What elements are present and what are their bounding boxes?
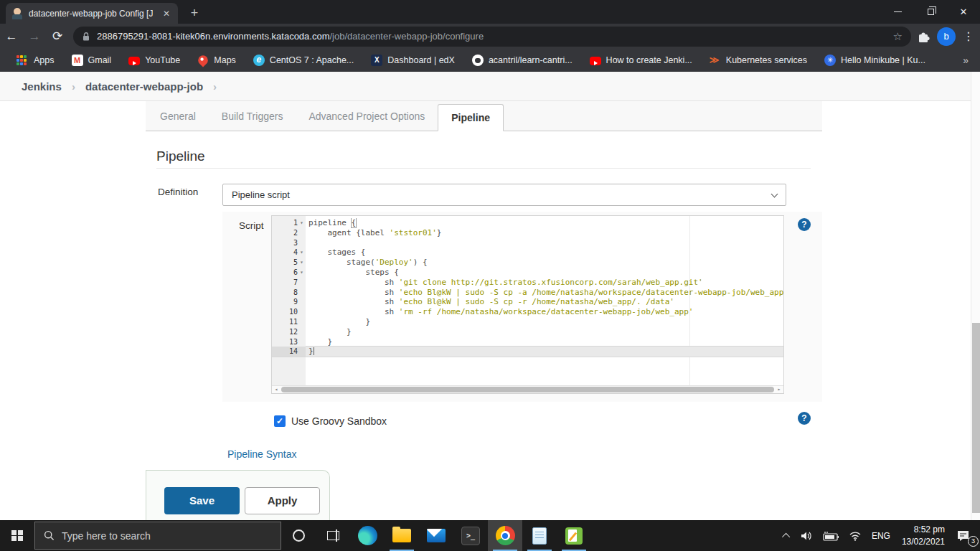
fold-arrow-icon[interactable]: ▾ bbox=[298, 248, 306, 258]
clock[interactable]: 8:52 pm 13/02/2021 bbox=[895, 524, 951, 547]
tab-pipeline[interactable]: Pipeline bbox=[438, 104, 504, 131]
taskbar-search[interactable]: Type here to search bbox=[34, 522, 281, 550]
notification-center-button[interactable]: 3 bbox=[951, 520, 980, 551]
fold-arrow-icon[interactable]: ▾ bbox=[298, 218, 306, 228]
minimize-button[interactable] bbox=[881, 0, 914, 24]
start-button[interactable] bbox=[0, 520, 34, 551]
tray-expand-button[interactable] bbox=[779, 520, 795, 551]
new-tab-button[interactable]: + bbox=[185, 4, 204, 23]
address-bar[interactable]: 2886795291-8081-kitek06n.environments.ka… bbox=[73, 27, 911, 47]
sandbox-help-icon[interactable]: ? bbox=[798, 412, 811, 425]
url-domain: 2886795291-8081-kitek06n.environments.ka… bbox=[97, 31, 330, 42]
code-line: 13 } bbox=[272, 337, 783, 347]
bookmark-youtube[interactable]: YouTube bbox=[123, 55, 186, 65]
breadcrumb-job[interactable]: datacenter-webapp-job bbox=[85, 80, 203, 93]
chevron-right-icon: › bbox=[72, 80, 75, 93]
bookmark-apps[interactable]: Apps bbox=[10, 55, 60, 66]
bookmarks-overflow-icon[interactable]: » bbox=[963, 55, 980, 66]
bookmark-github[interactable]: acantril/learn-cantri... bbox=[466, 55, 578, 66]
notepad-button[interactable] bbox=[522, 520, 557, 551]
language-indicator[interactable]: ENG bbox=[867, 520, 895, 551]
definition-select[interactable]: Pipeline script bbox=[222, 184, 786, 206]
clock-date: 13/02/2021 bbox=[902, 536, 945, 547]
tab-close-icon[interactable]: ✕ bbox=[161, 9, 172, 19]
bookmark-centos[interactable]: eCentOS 7 : Apache... bbox=[248, 55, 359, 66]
editor-horizontal-scrollbar[interactable]: ◂ ▸ bbox=[272, 385, 783, 393]
code-line: 5▾ stage('Deploy') { bbox=[272, 258, 783, 268]
volume-button[interactable] bbox=[795, 520, 818, 551]
edge-button[interactable] bbox=[350, 520, 385, 551]
scrollbar-thumb[interactable] bbox=[281, 387, 774, 392]
apply-button[interactable]: Apply bbox=[245, 487, 320, 514]
chevron-down-icon bbox=[771, 191, 778, 198]
katacoda-icon: ≫ bbox=[710, 55, 721, 66]
bookmark-jenkins-video[interactable]: How to create Jenki... bbox=[584, 55, 698, 65]
code-line: 12 } bbox=[272, 327, 783, 337]
breadcrumb-jenkins[interactable]: Jenkins bbox=[22, 80, 62, 93]
terminal-button[interactable]: >_ bbox=[453, 520, 488, 551]
battery-button[interactable] bbox=[818, 520, 844, 551]
code-line: 9 sh 'echo Bl@kW | sudo -S cp -r /home/n… bbox=[272, 297, 783, 307]
browser-tab-bar: datacenter-webapp-job Config [J ✕ + ✕ bbox=[0, 0, 980, 24]
window-controls: ✕ bbox=[881, 0, 980, 24]
script-editor[interactable]: 1▾pipeline {2 agent {label 'ststor01'}34… bbox=[271, 215, 784, 394]
save-button[interactable]: Save bbox=[164, 487, 240, 514]
code-line: 3 bbox=[272, 238, 783, 248]
restore-button[interactable] bbox=[914, 0, 947, 24]
network-button[interactable] bbox=[844, 520, 867, 551]
refresh-icon[interactable]: ⟳ bbox=[46, 29, 69, 44]
battery-charging-icon bbox=[823, 531, 839, 541]
chevron-right-icon: › bbox=[213, 80, 217, 93]
tab-build-triggers[interactable]: Build Triggers bbox=[209, 102, 296, 131]
script-label: Script bbox=[239, 220, 264, 231]
browser-toolbar: ← → ⟳ 2886795291-8081-kitek06n.environme… bbox=[0, 24, 980, 49]
groovy-sandbox-checkbox[interactable]: ✓ bbox=[274, 415, 286, 427]
close-button[interactable]: ✕ bbox=[947, 0, 980, 24]
task-view-icon bbox=[327, 531, 339, 540]
lock-icon bbox=[82, 32, 90, 42]
bookmark-maps[interactable]: Maps bbox=[192, 55, 242, 66]
bookmark-kubernetes-services[interactable]: ≫Kubernetes services bbox=[704, 55, 813, 66]
pipeline-syntax-link[interactable]: Pipeline Syntax bbox=[227, 448, 297, 460]
notepad-plus-plus-button[interactable] bbox=[557, 520, 591, 551]
save-bar: Save Apply bbox=[146, 470, 330, 520]
windows-logo-icon bbox=[11, 530, 23, 542]
clock-time: 8:52 pm bbox=[902, 524, 945, 535]
back-icon[interactable]: ← bbox=[0, 29, 23, 44]
browser-menu-icon[interactable]: ⋮ bbox=[963, 29, 973, 43]
code-line: 14} bbox=[272, 347, 783, 357]
bookmark-minikube[interactable]: ✳Hello Minikube | Ku... bbox=[819, 55, 931, 66]
notepad-plus-plus-icon bbox=[565, 527, 583, 545]
task-view-button[interactable] bbox=[316, 520, 350, 551]
bookmark-edx[interactable]: XDashboard | edX bbox=[365, 55, 461, 66]
code-line: 2 agent {label 'ststor01'} bbox=[272, 228, 783, 238]
mail-button[interactable] bbox=[419, 520, 453, 551]
tab-title: datacenter-webapp-job Config [J bbox=[29, 9, 153, 19]
extensions-puzzle-icon[interactable] bbox=[917, 30, 930, 43]
browser-tab[interactable]: datacenter-webapp-job Config [J ✕ bbox=[6, 3, 178, 24]
forward-icon[interactable]: → bbox=[23, 29, 46, 44]
scroll-left-icon[interactable]: ◂ bbox=[272, 386, 281, 393]
scroll-right-icon[interactable]: ▸ bbox=[775, 386, 783, 393]
chrome-button[interactable] bbox=[488, 520, 522, 551]
bookmark-star-icon[interactable]: ☆ bbox=[893, 30, 903, 43]
sandbox-row: ✓ Use Groovy Sandbox bbox=[274, 415, 387, 427]
profile-avatar[interactable]: b bbox=[937, 27, 956, 46]
page-scrollbar[interactable] bbox=[971, 72, 980, 520]
bookmark-gmail[interactable]: MGmail bbox=[66, 55, 118, 66]
cortana-button[interactable] bbox=[281, 520, 316, 551]
tab-advanced-project-options[interactable]: Advanced Project Options bbox=[296, 102, 438, 131]
file-explorer-button[interactable] bbox=[385, 520, 419, 551]
tab-general[interactable]: General bbox=[147, 102, 209, 131]
page-scrollbar-thumb[interactable] bbox=[972, 323, 980, 513]
code-line: 4▾ stages { bbox=[272, 248, 783, 258]
url-path: /job/datacenter-webapp-job/configure bbox=[330, 31, 484, 42]
fold-arrow-icon[interactable]: ▾ bbox=[298, 258, 306, 268]
bookmarks-bar: Apps MGmail YouTube Maps eCentOS 7 : Apa… bbox=[0, 49, 980, 72]
youtube-icon bbox=[590, 57, 601, 65]
script-editor-lines: 1▾pipeline {2 agent {label 'ststor01'}34… bbox=[272, 218, 783, 357]
script-help-icon[interactable]: ? bbox=[798, 218, 811, 231]
code-line: 11 } bbox=[272, 317, 783, 327]
breadcrumb: Jenkins › datacenter-webapp-job › bbox=[0, 72, 971, 101]
fold-arrow-icon[interactable]: ▾ bbox=[298, 268, 306, 278]
